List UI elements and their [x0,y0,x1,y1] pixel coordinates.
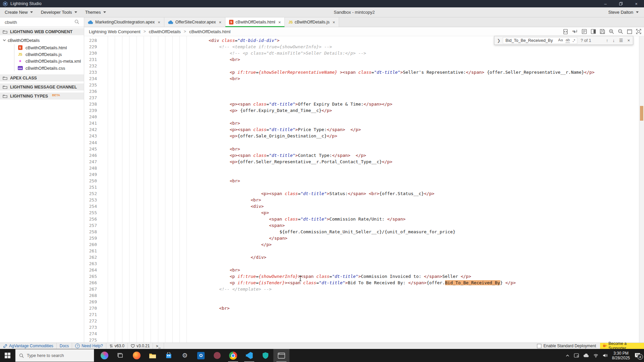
code-line-230[interactable]: 230 <!-- <p class="dt-mainTitle">Seller … [84,50,639,56]
code-line-252[interactable]: 252 <p><span class="dt-title">Status:</s… [84,190,639,197]
code-line-232[interactable]: 232 [84,63,639,69]
code-line-231[interactable]: 231 <br> [84,56,639,63]
code-line-236[interactable]: 236 [84,88,639,95]
find-close-button[interactable]: × [627,38,630,43]
breadcrumb-lightning-web-component[interactable]: Lightning Web Component [89,29,141,34]
code-line-246[interactable]: 246 <p><span class="dt-title">Contact Ty… [84,152,639,159]
code-line-272[interactable]: 272 [84,318,639,324]
code-line-238[interactable]: 238 <p><span class="dt-title">Offer Expi… [84,101,639,107]
code-line-267[interactable]: 267 <!-- </template> --> [84,286,639,292]
code-line-259[interactable]: 259 </span> [84,235,639,241]
user-menu[interactable]: Steve Dalton [608,10,639,15]
tab-cbwithoffdetails-js[interactable]: JScBwithOffDetails.js× [285,17,339,27]
find-previous-button[interactable]: ↑ [606,38,608,43]
code-line-268[interactable]: 268 [84,292,639,299]
window-frame-icon[interactable] [627,29,632,34]
chevron-right-icon[interactable]: ❯ [494,38,503,43]
code-editor[interactable]: 228<div class="dt-bid-id-div">229 <!-- <… [84,36,644,343]
code-line-255[interactable]: 255 <p> [84,209,639,216]
sidebar-section-apex-class[interactable]: APEX CLASS [0,74,84,81]
code-line-269[interactable]: 269 [84,299,639,305]
maximize-icon[interactable] [636,29,641,34]
code-line-257[interactable]: 257 <span> [84,222,639,229]
outline-icon[interactable] [582,29,587,34]
code-line-233[interactable]: 233 <p if:true={showSellerRepresentative… [84,69,639,75]
taskbar-icon-outlook[interactable]: O [193,349,209,362]
code-line-250[interactable]: 250 <br> [84,178,639,184]
code-line-264[interactable]: 264 <br> [84,267,639,273]
tab-close-icon[interactable]: × [278,20,281,25]
code-line-247[interactable]: 247 <p>{offer.Seller_Representative__r.P… [84,159,639,165]
enable-standard-deployment[interactable]: Enable Standard Deployment [537,343,599,349]
zoom-in-icon[interactable] [609,29,614,34]
taskbar-icon-chrome[interactable] [225,349,241,362]
tab-close-icon[interactable]: × [332,20,335,25]
code-line-270[interactable]: 270 <br> [84,305,639,311]
code-line-235[interactable]: 235 [84,82,639,88]
taskbar-search-input[interactable]: Type here to search [15,349,94,362]
file-cbwithoffdetails-js[interactable]: JScBwithOffDetails.js [17,51,62,58]
maximize-button[interactable] [613,0,629,7]
find-input[interactable]: Bid_To_Be_Received_By Aa ab .* [503,37,577,44]
code-line-244[interactable]: 244 [84,139,639,146]
file-cbwithoffdetails-html[interactable]: 5cBwithOffDetails.html [17,44,67,51]
code-line-265[interactable]: 265 <p if:true={showOwnerInfo}><span cla… [84,273,639,280]
breadcrumb-cbwithoffdetails-html[interactable]: cBwithOffDetails.html [189,29,230,34]
taskbar-icon-lightning-studio[interactable] [273,349,289,362]
deployment-checkbox[interactable] [537,344,541,348]
code-line-245[interactable]: 245 <br> [84,146,639,152]
taskbar-icon-microsoft-store[interactable] [161,349,177,362]
find-next-button[interactable]: ↓ [612,38,615,43]
whole-word-toggle[interactable]: ab [566,38,570,43]
taskbar-icon-file-explorer[interactable] [145,349,161,362]
status-agvantage-commodities[interactable]: AgVantage Commodities [0,343,57,349]
sidebar-section-lightning-message-channel[interactable]: LIGHTNING MESSAGE CHANNEL [0,83,84,90]
status-docs[interactable]: Docs [57,343,72,349]
tab-close-icon[interactable]: × [158,20,160,25]
code-line-254[interactable]: 254 <div> [84,203,639,209]
tab-marketingcloudintegration-apex[interactable]: MarketingCloudIntegration.apex× [84,17,164,27]
scrollbar-thumb[interactable] [640,106,643,121]
match-case-toggle[interactable]: Aa [558,38,563,43]
zoom-out-icon[interactable] [618,29,623,34]
code-line-239[interactable]: 239 <p> {offer.Expiry_Date_and_Time__c}<… [84,107,639,114]
code-line-261[interactable]: 261 [84,248,639,254]
tab-offersitecreator-apex[interactable]: OfferSiteCreator.apex× [164,17,225,27]
file-cbwithoffdetails-js-meta-xml[interactable]: *cBwithOffDetails.js-meta.xml [17,58,81,65]
code-line-273[interactable]: 273 [84,324,639,330]
taskbar-clock[interactable]: 3:30 PM 8/28/2025 [612,351,630,360]
code-line-262[interactable]: 262 </div> [84,254,639,260]
code-line-263[interactable]: 263 [84,260,639,267]
tab-cbwithoffdetails-html[interactable]: 5cBwithOffDetails.html× [225,17,285,27]
code-line-242[interactable]: 242 <p><span class="dt-title">Price Type… [84,126,639,133]
code-line-237[interactable]: 237 [84,95,639,101]
start-button[interactable] [0,349,15,362]
code-line-248[interactable]: 248 [84,165,639,171]
tablet-icon[interactable] [574,353,579,358]
tab-close-icon[interactable]: × [219,20,221,25]
sidebar-section-lightning-types[interactable]: LIGHTNING TYPESBETA [0,93,84,100]
wifi-icon[interactable] [593,354,598,358]
code-line-240[interactable]: 240 [84,114,639,120]
sidebar-search-input[interactable]: cbwith [0,17,84,27]
file-cbwithoffdetails-css[interactable]: csscBwithOffDetails.css [17,65,65,71]
code-line-260[interactable]: 260 </p> [84,241,639,248]
status-need-help[interactable]: ?Need Help? [72,343,106,349]
taskbar-icon-app[interactable] [209,349,225,362]
notification-center-icon[interactable]: 4 [634,353,641,358]
code-line-251[interactable]: 251 [84,184,639,190]
taskbar-icon-task-view[interactable] [112,349,128,362]
minimize-button[interactable]: – [598,0,613,7]
code-line-274[interactable]: 274 [84,330,639,337]
chevron-up-icon[interactable] [566,354,570,357]
code-line-249[interactable]: 249 [84,171,639,178]
taskbar-icon-vscode[interactable] [241,349,257,362]
save-icon[interactable] [600,29,605,34]
menu-create-new[interactable]: Create New [1,7,37,17]
code-line-271[interactable]: 271 [84,311,639,318]
taskbar-icon-shield[interactable] [257,349,273,362]
code-line-266[interactable]: 266 <p if:true={isTender}><span class="d… [84,280,639,286]
tree-item-cbwithoffdetails[interactable]: cBwithOffDetails [3,37,40,44]
become-a-supporter-button[interactable]: Become a Supporter [600,343,644,349]
status-v63-0[interactable]: v63.0 [106,343,128,349]
